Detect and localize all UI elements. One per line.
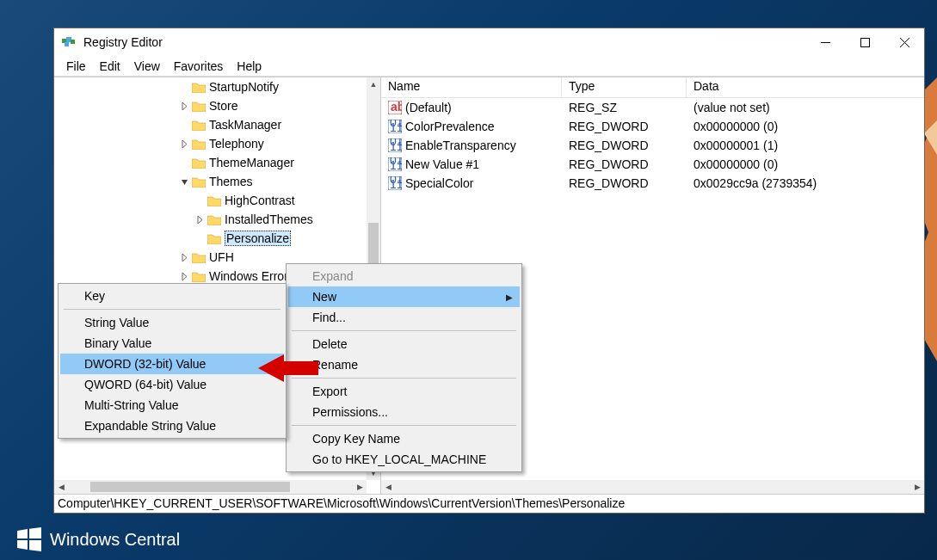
scroll-right-icon[interactable]: ▶	[910, 480, 924, 494]
context-submenu-new[interactable]: KeyString ValueBinary ValueDWORD (32-bit…	[58, 283, 287, 439]
column-data[interactable]: Data	[687, 77, 924, 97]
registry-value-row[interactable]: New Value #1 REG_DWORD 0x00000000 (0)	[381, 155, 924, 174]
value-data: 0x00000001 (1)	[694, 138, 778, 152]
column-headers[interactable]: Name Type Data	[381, 77, 924, 98]
menu-item[interactable]: Rename	[288, 354, 520, 375]
reg-sz-icon	[388, 101, 402, 114]
value-type: REG_DWORD	[569, 120, 649, 133]
svg-marker-9	[17, 529, 28, 538]
tree-expander-icon[interactable]	[178, 270, 190, 282]
value-type: REG_SZ	[569, 101, 617, 114]
tree-item[interactable]: Store	[54, 96, 343, 115]
svg-rect-3	[65, 42, 69, 46]
titlebar[interactable]: Registry Editor	[54, 28, 924, 56]
tree-expander-icon[interactable]	[178, 175, 190, 188]
menu-item[interactable]: DWORD (32-bit) Value	[60, 354, 284, 374]
menu-item[interactable]: Go to HKEY_LOCAL_MACHINE	[288, 449, 520, 470]
menu-item[interactable]: Binary Value	[60, 333, 284, 354]
tree-expander-icon[interactable]	[178, 157, 190, 169]
menubar: File Edit View Favorites Help	[54, 56, 924, 77]
menu-separator	[64, 309, 280, 310]
folder-icon	[192, 82, 206, 93]
menu-item[interactable]: Find...	[288, 307, 520, 328]
value-type: REG_DWORD	[569, 138, 649, 152]
maximize-button[interactable]	[845, 29, 885, 55]
tree-item[interactable]: ThemeManager	[54, 153, 343, 172]
tree-expander-icon[interactable]	[178, 81, 190, 93]
folder-icon	[192, 176, 206, 188]
svg-rect-5	[860, 38, 869, 46]
tree-expander-icon[interactable]	[194, 232, 206, 244]
folder-icon	[192, 271, 206, 282]
folder-icon	[207, 195, 221, 206]
menu-item[interactable]: Expand	[288, 266, 520, 286]
registry-value-row[interactable]: ColorPrevalence REG_DWORD 0x00000000 (0)	[381, 117, 924, 136]
tree-expander-icon[interactable]	[178, 138, 190, 150]
scroll-right-icon[interactable]: ▶	[353, 480, 367, 494]
menu-file[interactable]: File	[59, 58, 93, 75]
registry-value-row[interactable]: (Default) REG_SZ (value not set)	[381, 98, 924, 117]
menu-item[interactable]: Permissions...	[288, 402, 520, 422]
value-name: SpecialColor	[405, 176, 473, 190]
menu-item[interactable]: Copy Key Name	[288, 428, 520, 449]
app-icon	[61, 34, 77, 50]
value-type: REG_DWORD	[569, 157, 649, 171]
context-menu[interactable]: ExpandNew▶Find...DeleteRenameExportPermi…	[286, 263, 522, 472]
scroll-left-icon[interactable]: ◀	[54, 480, 68, 494]
menu-item[interactable]: Delete	[288, 334, 520, 354]
close-button[interactable]	[885, 29, 924, 55]
menu-item[interactable]: Multi-String Value	[60, 395, 284, 415]
tree-item[interactable]: InstalledThemes	[54, 210, 343, 229]
value-data: 0x0029cc9a (2739354)	[694, 176, 817, 190]
tree-item[interactable]: StartupNotify	[54, 77, 343, 96]
tree-item[interactable]: Telephony	[54, 134, 343, 153]
menu-item[interactable]: Key	[60, 286, 284, 306]
menu-favorites[interactable]: Favorites	[167, 58, 231, 75]
menu-item[interactable]: New▶	[288, 286, 520, 307]
tree-expander-icon[interactable]	[194, 194, 206, 206]
menu-item[interactable]: Expandable String Value	[60, 415, 284, 436]
scroll-up-icon[interactable]: ▲	[367, 77, 380, 91]
tree-expander-icon[interactable]	[178, 119, 190, 131]
tree-expander-icon[interactable]	[178, 100, 190, 112]
tree-expander-icon[interactable]	[194, 213, 206, 225]
menu-item[interactable]: Export	[288, 381, 520, 402]
tree-label: HighContrast	[225, 194, 295, 207]
menu-view[interactable]: View	[127, 58, 167, 75]
reg-dword-icon	[388, 120, 402, 133]
tree-label: Themes	[209, 175, 253, 188]
watermark-text: Windows Central	[50, 530, 180, 550]
menu-item[interactable]: QWORD (64-bit) Value	[60, 374, 284, 395]
value-name: ColorPrevalence	[405, 120, 495, 133]
column-type[interactable]: Type	[562, 77, 687, 97]
value-name: (Default)	[405, 101, 452, 114]
tree-label: Telephony	[209, 137, 264, 151]
tree-label: StartupNotify	[209, 80, 279, 94]
registry-value-row[interactable]: EnableTransparency REG_DWORD 0x00000001 …	[381, 136, 924, 155]
list-horizontal-scrollbar[interactable]: ◀ ▶	[381, 480, 924, 494]
tree-horizontal-scrollbar[interactable]: ◀ ▶	[54, 480, 367, 494]
svg-marker-12	[29, 540, 41, 551]
tree-label: UFH	[209, 250, 234, 264]
column-name[interactable]: Name	[381, 77, 562, 97]
folder-icon	[192, 138, 206, 150]
menu-edit[interactable]: Edit	[93, 58, 127, 75]
tree-item[interactable]: TaskManager	[54, 115, 343, 134]
tree-label: ThemeManager	[209, 156, 294, 169]
minimize-button[interactable]	[805, 29, 845, 55]
menu-item[interactable]: String Value	[60, 312, 284, 333]
registry-value-row[interactable]: SpecialColor REG_DWORD 0x0029cc9a (27393…	[381, 174, 924, 193]
svg-marker-11	[17, 540, 28, 550]
tree-expander-icon[interactable]	[178, 251, 190, 263]
tree-item[interactable]: Themes	[54, 172, 343, 191]
scroll-left-icon[interactable]: ◀	[381, 480, 395, 494]
tree-label: InstalledThemes	[225, 212, 313, 226]
svg-marker-8	[258, 354, 318, 382]
tree-item[interactable]: HighContrast	[54, 191, 343, 210]
tree-label: Store	[209, 99, 237, 113]
menu-separator	[292, 330, 516, 331]
menu-help[interactable]: Help	[230, 58, 268, 75]
submenu-arrow-icon: ▶	[506, 292, 513, 302]
tree-item[interactable]: Personalize	[54, 229, 343, 248]
reg-dword-icon	[388, 138, 402, 152]
